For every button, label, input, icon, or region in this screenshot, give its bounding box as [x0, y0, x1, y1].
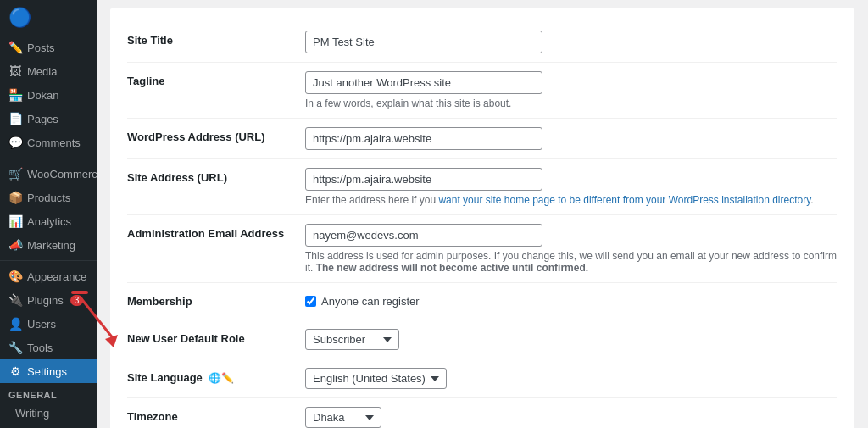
membership-checkbox-row: Anyone can register: [305, 295, 837, 308]
sidebar: 🔵 ✏️ Posts 🖼 Media 🏪 Dokan 📄 Pages 💬 Com…: [0, 0, 97, 428]
media-icon: 🖼: [8, 64, 22, 78]
plugins-badge: 3: [70, 295, 84, 306]
site-language-icons: 🌐✏️: [209, 372, 234, 384]
site-language-select[interactable]: English (United States) English (UK) Fre…: [305, 368, 447, 389]
settings-icon: ⚙: [8, 364, 22, 378]
sidebar-item-posts[interactable]: ✏️ Posts: [0, 36, 97, 59]
admin-email-input[interactable]: [305, 224, 542, 247]
wp-address-input[interactable]: [305, 127, 542, 150]
site-language-label: Site Language 🌐✏️: [127, 359, 305, 398]
comments-icon: 💬: [8, 136, 22, 149]
pages-icon: 📄: [8, 112, 22, 125]
plugins-icon: 🔌: [8, 293, 22, 307]
tools-icon: 🔧: [8, 341, 22, 354]
dokan-icon: 🏪: [8, 88, 22, 102]
membership-checkbox[interactable]: [305, 296, 316, 307]
wp-address-label: WordPress Address (URL): [127, 119, 305, 159]
membership-checkbox-label[interactable]: Anyone can register: [321, 295, 420, 308]
membership-row: Membership Anyone can register: [127, 283, 837, 320]
main-content: Site Title Tagline In a few words, expla…: [97, 0, 868, 428]
tagline-input[interactable]: [305, 71, 542, 94]
posts-icon: ✏️: [8, 41, 22, 54]
tagline-label: Tagline: [127, 63, 305, 119]
sidebar-item-dokan[interactable]: 🏪 Dokan: [0, 83, 97, 107]
settings-table: Site Title Tagline In a few words, expla…: [127, 22, 837, 428]
timezone-row: Timezone Dhaka UTC New York London Tokyo…: [127, 398, 837, 429]
sidebar-item-woocommerce[interactable]: 🛒 WooCommerce: [0, 162, 97, 186]
site-address-row: Site Address (URL) Enter the address her…: [127, 159, 837, 215]
new-user-role-select[interactable]: Subscriber Contributor Author Editor Adm…: [305, 329, 399, 350]
users-icon: 👤: [8, 317, 22, 331]
new-user-role-label: New User Default Role: [127, 320, 305, 359]
general-section-label: General: [0, 383, 97, 403]
sidebar-item-plugins[interactable]: 🔌 Plugins 3: [0, 288, 97, 312]
admin-email-row: Administration Email Address This addres…: [127, 215, 837, 283]
new-user-role-row: New User Default Role Subscriber Contrib…: [127, 320, 837, 359]
site-title-input[interactable]: [305, 31, 542, 53]
sidebar-item-products[interactable]: 📦 Products: [0, 186, 97, 209]
settings-form-area: Site Title Tagline In a few words, expla…: [110, 8, 854, 428]
sidebar-item-comments[interactable]: 💬 Comments: [0, 131, 97, 154]
sidebar-item-settings[interactable]: ⚙ Settings: [0, 359, 97, 383]
appearance-icon: 🎨: [8, 270, 22, 283]
sidebar-item-pages[interactable]: 📄 Pages: [0, 107, 97, 131]
woocommerce-icon: 🛒: [8, 167, 22, 181]
analytics-icon: 📊: [8, 214, 22, 228]
admin-email-label: Administration Email Address: [127, 215, 305, 283]
sidebar-sub-item-reading[interactable]: Reading: [0, 423, 97, 428]
timezone-select[interactable]: Dhaka UTC New York London Tokyo: [305, 407, 381, 428]
sidebar-item-marketing[interactable]: 📣 Marketing: [0, 233, 97, 257]
sidebar-item-tools[interactable]: 🔧 Tools: [0, 336, 97, 359]
products-icon: 📦: [8, 191, 22, 204]
tagline-row: Tagline In a few words, explain what thi…: [127, 63, 837, 119]
sidebar-item-users[interactable]: 👤 Users: [0, 312, 97, 336]
membership-label: Membership: [127, 283, 305, 320]
site-title-label: Site Title: [127, 22, 305, 63]
timezone-label: Timezone: [127, 398, 305, 429]
site-address-link[interactable]: want your site home page to be different…: [438, 194, 810, 206]
site-address-label: Site Address (URL): [127, 159, 305, 215]
tagline-description: In a few words, explain what this site i…: [305, 97, 837, 109]
admin-email-description: This address is used for admin purposes.…: [305, 250, 837, 274]
site-address-input[interactable]: [305, 168, 542, 191]
sidebar-item-appearance[interactable]: 🎨 Appearance: [0, 264, 97, 288]
site-title-row: Site Title: [127, 22, 837, 63]
sidebar-item-media[interactable]: 🖼 Media: [0, 59, 97, 83]
wp-logo: 🔵: [0, 0, 97, 36]
marketing-icon: 📣: [8, 238, 22, 252]
site-address-description: Enter the address here if you want your …: [305, 194, 837, 206]
sidebar-item-analytics[interactable]: 📊 Analytics: [0, 209, 97, 233]
site-language-row: Site Language 🌐✏️ English (United States…: [127, 359, 837, 398]
sidebar-sub-item-writing[interactable]: Writing: [0, 403, 97, 423]
wp-address-row: WordPress Address (URL): [127, 119, 837, 159]
